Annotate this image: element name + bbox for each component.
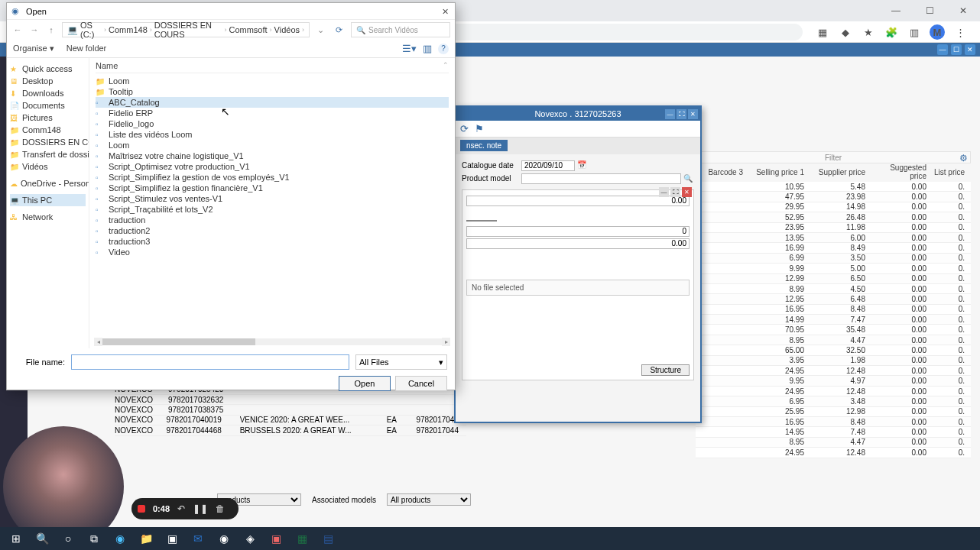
sidebar-item[interactable]: 🖼Pictures bbox=[10, 112, 86, 124]
sidebar-item[interactable]: 📁DOSSIERS EN CO bbox=[10, 136, 86, 148]
file-item[interactable]: ▫ABC_Catalog bbox=[96, 97, 449, 108]
nx-close[interactable]: ✕ bbox=[688, 109, 698, 119]
table-row[interactable]: 29.9514.980.000. bbox=[696, 202, 971, 212]
sidebar-item[interactable]: 🖧Network bbox=[10, 211, 86, 223]
file-item[interactable]: ▫Fidelio ERP bbox=[96, 108, 449, 118]
inner-minimize[interactable]: — bbox=[659, 187, 669, 197]
scroll-thumb[interactable] bbox=[102, 338, 255, 345]
file-item[interactable]: ▫Script_Optimisez votre production_V1 bbox=[96, 161, 449, 172]
crumb[interactable]: Vidéos bbox=[274, 25, 300, 34]
table-row[interactable]: 65.0032.500.000. bbox=[696, 345, 971, 355]
user-avatar[interactable]: M bbox=[930, 24, 945, 40]
maximize-button[interactable]: ☐ bbox=[913, 0, 946, 21]
search-button[interactable]: 🔍 bbox=[31, 529, 54, 548]
col-barcode3[interactable]: Barcode 3 bbox=[696, 168, 749, 176]
catalogue-date-field[interactable]: 2020/09/10 bbox=[521, 160, 575, 171]
dialog-titlebar[interactable]: ◉ Open ✕ bbox=[7, 3, 455, 20]
search-icon[interactable]: 🔍 bbox=[683, 174, 694, 183]
inner-maximize[interactable]: ⛶ bbox=[670, 187, 680, 197]
col-selling-price[interactable]: Selling price 1 bbox=[749, 168, 810, 176]
task-view[interactable]: ⧉ bbox=[83, 529, 105, 548]
table-row[interactable]: 24.9512.480.000. bbox=[696, 366, 971, 376]
file-item[interactable]: ▫traduction2 bbox=[96, 225, 449, 236]
crumb[interactable]: DOSSIERS EN COURS bbox=[154, 21, 222, 39]
menu-icon[interactable]: ⋮ bbox=[952, 24, 968, 40]
crumb[interactable]: Comm148 bbox=[109, 25, 148, 34]
file-item[interactable]: ▫traduction bbox=[96, 215, 449, 225]
inner-close[interactable]: ✕ bbox=[682, 187, 692, 197]
file-item[interactable]: 📁Tooltip bbox=[96, 86, 449, 97]
table-row[interactable]: 14.997.470.000. bbox=[696, 315, 971, 325]
inner-field-3[interactable]: 0.00 bbox=[466, 238, 690, 249]
breadcrumb-dropdown[interactable]: ⌄ bbox=[314, 25, 326, 35]
file-item[interactable]: ▫Script_Simplifiez la gestion financière… bbox=[96, 183, 449, 193]
table-row[interactable]: 16.958.480.000. bbox=[696, 417, 971, 427]
table-row[interactable]: 8.994.500.000. bbox=[696, 284, 971, 294]
table-row[interactable]: 12.996.500.000. bbox=[696, 274, 971, 284]
delete-button[interactable]: 🗑 bbox=[216, 503, 225, 514]
crumb[interactable]: Commsoft bbox=[229, 25, 267, 34]
table-row[interactable]: 9.995.000.000. bbox=[696, 264, 971, 273]
table-row[interactable]: 8.954.470.000. bbox=[696, 438, 971, 448]
table-row[interactable]: NOVEXCO9782017038375 bbox=[115, 405, 466, 415]
table-row[interactable]: 6.993.500.000. bbox=[696, 254, 971, 264]
filter-row[interactable]: Filter bbox=[696, 151, 971, 163]
record-indicator[interactable] bbox=[138, 505, 145, 513]
scroll-left[interactable]: ◂ bbox=[94, 338, 102, 346]
table-row[interactable]: 10.955.480.000. bbox=[696, 182, 971, 192]
table-row[interactable]: 9.954.970.000. bbox=[696, 376, 971, 386]
pause-button[interactable]: ❚❚ bbox=[193, 503, 208, 514]
mail-icon[interactable]: ✉ bbox=[187, 529, 209, 548]
undo-button[interactable]: ↶ bbox=[177, 503, 185, 514]
structure-button[interactable]: Structure bbox=[641, 364, 690, 376]
table-row[interactable]: 23.9511.980.000. bbox=[696, 223, 971, 233]
excel-icon[interactable]: ▦ bbox=[290, 529, 313, 548]
file-item[interactable]: ▫Script_Stimulez vos ventes-V1 bbox=[96, 193, 449, 204]
sidebar-item[interactable]: 📁Vidéos bbox=[10, 160, 86, 173]
table-row[interactable]: NOVEXCO9782017044468BRUSSELS 2020: A GRE… bbox=[115, 425, 466, 435]
file-item[interactable]: ▫Fidelio_logo bbox=[96, 118, 449, 129]
cortana-button[interactable]: ○ bbox=[57, 529, 80, 548]
table-row[interactable]: 14.957.480.000. bbox=[696, 427, 971, 437]
novexco-titlebar[interactable]: Novexco . 3127025263 — ⛶ ✕ bbox=[456, 107, 700, 121]
assoc-models-select[interactable]: All products bbox=[387, 493, 471, 506]
erp-close[interactable]: ✕ bbox=[965, 44, 975, 55]
table-row[interactable]: 52.9526.480.000. bbox=[696, 212, 971, 222]
file-filter-dropdown[interactable]: All Files▾ bbox=[355, 354, 447, 370]
ext-icon[interactable]: 🧩 bbox=[884, 24, 899, 40]
sidebar-item[interactable]: ★Quick access bbox=[10, 63, 86, 75]
horizontal-scrollbar[interactable]: ◂ ▸ bbox=[94, 338, 450, 346]
file-item[interactable]: ▫Script_Simplifiez la gestion de vos emp… bbox=[96, 172, 449, 183]
calendar-icon[interactable]: 📅 bbox=[577, 160, 588, 171]
file-item[interactable]: ▫Maîtrisez votre chaine logistique_V1 bbox=[96, 150, 449, 161]
nsec-note-tab[interactable]: nsec. note bbox=[460, 140, 508, 151]
table-row[interactable]: 16.958.480.000. bbox=[696, 305, 971, 315]
ext-icon[interactable]: ◆ bbox=[838, 24, 853, 40]
ext-icon[interactable]: ▥ bbox=[907, 24, 922, 40]
sort-icon[interactable]: ⌃ bbox=[443, 61, 449, 70]
table-row[interactable]: 16.998.490.000. bbox=[696, 243, 971, 253]
sidebar-item[interactable]: ☁OneDrive - Personal bbox=[10, 177, 86, 189]
sidebar-item[interactable]: 📁Comm148 bbox=[10, 124, 86, 136]
table-row[interactable]: 6.953.480.000. bbox=[696, 396, 971, 406]
sidebar-item[interactable]: 🖥Desktop bbox=[10, 75, 86, 87]
file-item[interactable]: ▫Loom bbox=[96, 140, 449, 150]
gear-icon[interactable]: ⚙ bbox=[959, 153, 968, 163]
inner-field-1[interactable]: 0.00 bbox=[466, 196, 690, 206]
file-item[interactable]: ▫traduction3 bbox=[96, 236, 449, 247]
app-icon[interactable]: ▣ bbox=[264, 529, 287, 548]
sidebar-item[interactable]: 📁Transfert de dossier bbox=[10, 148, 86, 160]
close-button[interactable]: ✕ bbox=[946, 0, 980, 21]
start-button[interactable]: ⊞ bbox=[5, 529, 28, 548]
refresh-button[interactable]: ⟳ bbox=[331, 25, 346, 35]
word-icon[interactable]: ▤ bbox=[316, 529, 339, 548]
preview-pane-toggle[interactable]: ▥ bbox=[423, 43, 432, 54]
nav-forward[interactable]: → bbox=[28, 25, 41, 34]
col-list-price[interactable]: List price bbox=[933, 168, 971, 176]
col-suggested-price[interactable]: Suggested price bbox=[871, 163, 933, 180]
explorer-icon[interactable]: 📁 bbox=[135, 529, 157, 548]
filename-input[interactable] bbox=[71, 354, 349, 370]
organise-menu[interactable]: Organise ▾ bbox=[13, 44, 54, 53]
app-icon[interactable]: ▣ bbox=[161, 529, 183, 548]
table-row[interactable]: 24.9512.480.000. bbox=[696, 387, 971, 396]
